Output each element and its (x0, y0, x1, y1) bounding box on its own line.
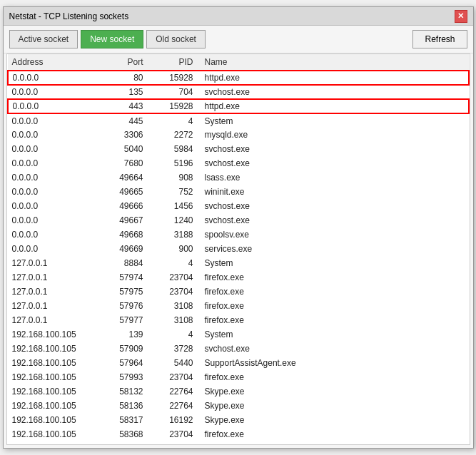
cell-port: 49665 (101, 185, 151, 199)
table-row[interactable]: 192.168.100.1055813622764Skype.exe (8, 399, 469, 413)
cell-address: 0.0.0.0 (8, 228, 101, 242)
cell-address: 192.168.100.105 (8, 427, 101, 441)
table-row[interactable]: 192.168.100.1051394System (8, 327, 469, 342)
cell-pid: 23704 (151, 370, 201, 384)
cell-port: 5040 (101, 142, 151, 156)
old-socket-tab[interactable]: Old socket (146, 30, 206, 48)
cell-name: svchost.exe (201, 199, 469, 213)
cell-name: mysqld.exe (201, 128, 469, 142)
cell-pid: 752 (151, 185, 201, 199)
cell-port: 7680 (101, 156, 151, 170)
active-socket-tab[interactable]: Active socket (9, 30, 79, 48)
table-row[interactable]: 127.0.0.15797423704firefox.exe (8, 270, 469, 285)
new-socket-tab[interactable]: New socket (81, 30, 143, 48)
cell-pid: 22764 (151, 399, 201, 413)
cell-port: 57977 (101, 313, 151, 327)
table-row[interactable]: 192.168.100.105579645440SupportAssistAge… (8, 356, 469, 370)
cell-name: svchost.exe (201, 342, 469, 356)
cell-port: 135 (101, 85, 151, 99)
cell-address: 192.168.100.105 (8, 356, 101, 370)
cell-address: 127.0.0.1 (8, 270, 101, 285)
cell-port: 58368 (101, 427, 151, 441)
cell-pid: 1240 (151, 213, 201, 228)
cell-port: 57964 (101, 356, 151, 370)
cell-address: 127.0.0.1 (8, 285, 101, 299)
cell-port: 58386 (101, 441, 151, 445)
table-row[interactable]: 0.0.0.033062272mysqld.exe (8, 128, 469, 142)
cell-name: svchost.exe (201, 85, 469, 99)
table-row[interactable]: 192.168.100.105583862328SearchApp.exe (8, 441, 469, 445)
close-button[interactable]: ✕ (455, 10, 467, 23)
table-row[interactable]: 0.0.0.0496671240svchost.exe (8, 213, 469, 228)
table-row[interactable]: 0.0.0.0496661456svchost.exe (8, 199, 469, 213)
table-row[interactable]: 0.0.0.08015928httpd.exe (8, 71, 469, 85)
refresh-button[interactable]: Refresh (412, 30, 467, 48)
cell-address: 127.0.0.1 (8, 256, 101, 270)
cell-pid: 908 (151, 170, 201, 185)
cell-address: 0.0.0.0 (8, 99, 101, 113)
cell-name: svchost.exe (201, 156, 469, 170)
cell-address: 192.168.100.105 (8, 384, 101, 399)
cell-port: 57909 (101, 342, 151, 356)
table-row[interactable]: 0.0.0.049669900services.exe (8, 242, 469, 256)
cell-port: 80 (101, 71, 151, 85)
cell-address: 192.168.100.105 (8, 370, 101, 384)
cell-pid: 15928 (151, 99, 201, 113)
cell-port: 58136 (101, 399, 151, 413)
table-row[interactable]: 127.0.0.1579763108firefox.exe (8, 299, 469, 313)
cell-name: svchost.exe (201, 213, 469, 228)
cell-address: 0.0.0.0 (8, 71, 101, 85)
cell-pid: 5440 (151, 356, 201, 370)
cell-port: 49669 (101, 242, 151, 256)
toolbar: Active socket New socket Old socket Refr… (4, 26, 473, 53)
cell-port: 3306 (101, 128, 151, 142)
table-row[interactable]: 192.168.100.105579093728svchost.exe (8, 342, 469, 356)
cell-pid: 704 (151, 85, 201, 99)
table-row[interactable]: 0.0.0.0496683188spoolsv.exe (8, 228, 469, 242)
cell-port: 49667 (101, 213, 151, 228)
cell-name: Skype.exe (201, 413, 469, 427)
cell-name: spoolsv.exe (201, 228, 469, 242)
table-header-row: Address Port PID Name (8, 54, 469, 71)
cell-port: 57975 (101, 285, 151, 299)
cell-name: firefox.exe (201, 370, 469, 384)
table-row[interactable]: 192.168.100.1055799323704firefox.exe (8, 370, 469, 384)
table-row[interactable]: 127.0.0.15797523704firefox.exe (8, 285, 469, 299)
cell-address: 0.0.0.0 (8, 156, 101, 170)
table-row[interactable]: 127.0.0.188844System (8, 256, 469, 270)
cell-address: 0.0.0.0 (8, 170, 101, 185)
toolbar-left: Active socket New socket Old socket (9, 30, 206, 48)
cell-pid: 15928 (151, 71, 201, 85)
cell-name: SearchApp.exe (201, 441, 469, 445)
table-row[interactable]: 0.0.0.049665752wininit.exe (8, 185, 469, 199)
table-row[interactable]: 0.0.0.049664908lsass.exe (8, 170, 469, 185)
cell-pid: 2272 (151, 128, 201, 142)
table-row[interactable]: 0.0.0.050405984svchost.exe (8, 142, 469, 156)
table-row[interactable]: 0.0.0.044315928httpd.exe (8, 99, 469, 113)
header-address: Address (8, 54, 101, 71)
cell-name: firefox.exe (201, 270, 469, 285)
table-row[interactable]: 127.0.0.1579773108firefox.exe (8, 313, 469, 327)
table-row[interactable]: 0.0.0.04454System (8, 113, 469, 128)
cell-name: firefox.exe (201, 299, 469, 313)
cell-address: 127.0.0.1 (8, 313, 101, 327)
table-row[interactable]: 0.0.0.076805196svchost.exe (8, 156, 469, 170)
cell-pid: 1456 (151, 199, 201, 213)
table-row[interactable]: 0.0.0.0135704svchost.exe (8, 85, 469, 99)
table-row[interactable]: 192.168.100.1055831716192Skype.exe (8, 413, 469, 427)
table-row[interactable]: 192.168.100.1055813222764Skype.exe (8, 384, 469, 399)
cell-address: 0.0.0.0 (8, 113, 101, 128)
cell-pid: 23704 (151, 270, 201, 285)
cell-port: 58317 (101, 413, 151, 427)
cell-name: Skype.exe (201, 384, 469, 399)
cell-pid: 900 (151, 242, 201, 256)
cell-pid: 3728 (151, 342, 201, 356)
cell-address: 0.0.0.0 (8, 213, 101, 228)
table-row[interactable]: 192.168.100.1055836823704firefox.exe (8, 427, 469, 441)
cell-address: 192.168.100.105 (8, 342, 101, 356)
cell-name: wininit.exe (201, 185, 469, 199)
cell-pid: 3108 (151, 299, 201, 313)
cell-name: svchost.exe (201, 142, 469, 156)
socket-table-container[interactable]: Address Port PID Name 0.0.0.08015928http… (6, 53, 470, 445)
main-window: Netstat - TCP Listening sockets ✕ Active… (3, 6, 474, 449)
